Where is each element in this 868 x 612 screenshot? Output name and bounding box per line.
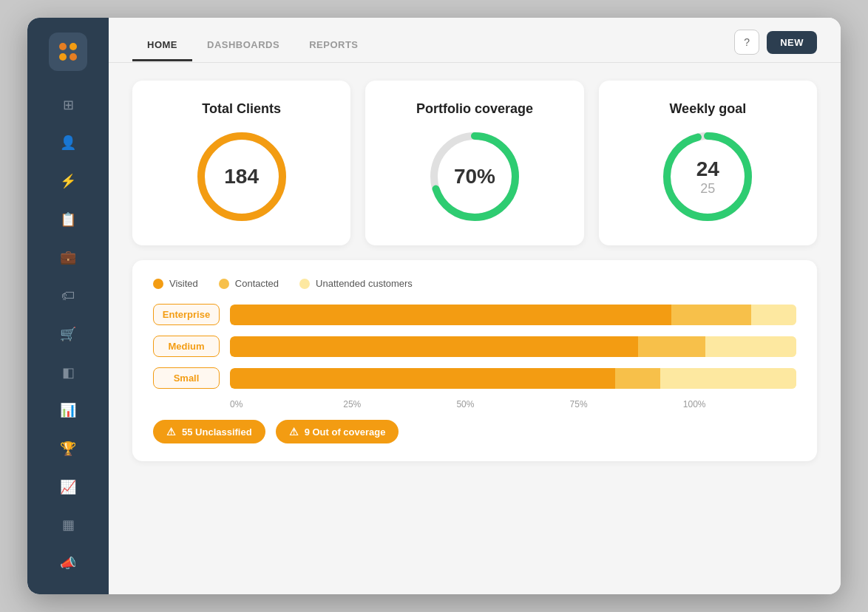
x-tick-100: 100%: [683, 399, 796, 409]
visited-dot: [153, 279, 163, 289]
medium-contacted: [638, 336, 706, 357]
contacted-dot: [219, 279, 229, 289]
warning-icon-1: ⚠: [166, 426, 176, 438]
bar-chart-card: Visited Contacted Unattended customers E…: [132, 260, 817, 461]
enterprise-label: Enterprise: [153, 304, 220, 325]
visited-label: Visited: [169, 278, 198, 289]
cards-row: Total Clients 184 Portfolio coverage: [132, 81, 817, 245]
medium-label: Medium: [153, 336, 220, 357]
x-tick-0: 0%: [230, 399, 343, 409]
sidebar: ⊞ 👤 ⚡ 📋 💼 🏷 🛒 ◧ 📊 🏆 📈 ▦ 📣: [27, 18, 109, 594]
pulse-icon[interactable]: ⚡: [52, 165, 84, 197]
medium-bar: [230, 336, 796, 357]
medium-unattended: [705, 336, 796, 357]
tag-icon[interactable]: 🏷: [52, 279, 84, 312]
unattended-dot: [299, 279, 310, 289]
contacted-label: Contacted: [235, 278, 279, 289]
weekly-current: 24: [696, 157, 719, 181]
weekly-goal-title: Weekly goal: [669, 101, 746, 117]
logo-dot-1: [59, 43, 67, 50]
bar-icon[interactable]: 📈: [52, 471, 84, 503]
portfolio-value: 70%: [454, 165, 495, 188]
total-clients-chart: 184: [194, 129, 290, 225]
megaphone-icon[interactable]: 📣: [52, 547, 84, 579]
alert-row: ⚠ 55 Unclassified ⚠ 9 Out of coverage: [153, 420, 796, 443]
x-tick-25: 25%: [343, 399, 456, 409]
total-clients-value: 184: [224, 165, 259, 188]
list-icon[interactable]: 📋: [52, 203, 84, 236]
small-contacted: [615, 368, 660, 389]
enterprise-visited: [230, 305, 671, 325]
portfolio-coverage-card: Portfolio coverage 70%: [365, 81, 583, 245]
portfolio-title: Portfolio coverage: [416, 101, 533, 117]
app-logo[interactable]: [49, 33, 87, 71]
person-icon[interactable]: 👤: [52, 126, 84, 159]
enterprise-unattended: [751, 305, 796, 325]
header-actions: ? NEW: [734, 30, 817, 62]
main-area: HOME DASHBOARDS REPORTS ? NEW Total Clie…: [109, 18, 841, 594]
enterprise-bar: [230, 305, 796, 325]
unclassified-badge[interactable]: ⚠ 55 Unclassified: [153, 420, 265, 443]
legend-unattended: Unattended customers: [299, 278, 413, 289]
small-label: Small: [153, 367, 220, 389]
warning-icon-2: ⚠: [289, 426, 299, 438]
out-of-coverage-text: 9 Out of coverage: [305, 426, 386, 438]
tab-home[interactable]: HOME: [132, 30, 192, 61]
weekly-total: 25: [696, 181, 719, 197]
chart-icon[interactable]: 📊: [52, 394, 84, 426]
small-unattended: [660, 368, 796, 389]
help-button[interactable]: ?: [734, 30, 759, 55]
unclassified-text: 55 Unclassified: [182, 426, 252, 438]
legend-visited: Visited: [153, 278, 198, 289]
small-visited: [230, 368, 615, 389]
small-bar: [230, 368, 796, 389]
x-tick-50: 50%: [456, 399, 569, 409]
portfolio-chart: 70%: [427, 129, 523, 225]
new-button[interactable]: NEW: [767, 31, 817, 54]
content-area: Total Clients 184 Portfolio coverage: [109, 63, 841, 594]
header: HOME DASHBOARDS REPORTS ? NEW: [109, 18, 841, 63]
trophy-icon[interactable]: 🏆: [52, 432, 84, 465]
grid-icon[interactable]: ⊞: [52, 89, 84, 121]
total-clients-title: Total Clients: [202, 101, 281, 117]
tab-dashboards[interactable]: DASHBOARDS: [192, 30, 294, 61]
x-tick-75: 75%: [570, 399, 683, 409]
legend: Visited Contacted Unattended customers: [153, 278, 796, 289]
legend-contacted: Contacted: [219, 278, 279, 289]
medium-visited: [230, 336, 638, 357]
x-axis: 0% 25% 50% 75% 100%: [153, 399, 796, 409]
out-of-coverage-badge[interactable]: ⚠ 9 Out of coverage: [276, 420, 399, 443]
logo-dot-2: [69, 43, 77, 50]
unattended-label: Unattended customers: [316, 278, 413, 289]
logo-dot-3: [59, 53, 67, 61]
app-container: ⊞ 👤 ⚡ 📋 💼 🏷 🛒 ◧ 📊 🏆 📈 ▦ 📣 HOME DASHBOARD…: [27, 18, 841, 594]
total-clients-card: Total Clients 184: [132, 81, 350, 245]
bar-row-small: Small: [153, 367, 796, 389]
briefcase-icon[interactable]: 💼: [52, 242, 84, 274]
bar-row-medium: Medium: [153, 336, 796, 357]
bar-row-enterprise: Enterprise: [153, 304, 796, 325]
enterprise-contacted: [671, 305, 750, 325]
tab-reports[interactable]: REPORTS: [294, 30, 373, 61]
table-icon[interactable]: ▦: [52, 509, 84, 542]
cart-icon[interactable]: 🛒: [52, 318, 84, 350]
weekly-goal-card: Weekly goal 24 25: [599, 81, 817, 245]
layers-icon[interactable]: ◧: [52, 356, 84, 389]
weekly-goal-chart: 24 25: [660, 129, 756, 225]
logo-dot-4: [69, 53, 77, 61]
